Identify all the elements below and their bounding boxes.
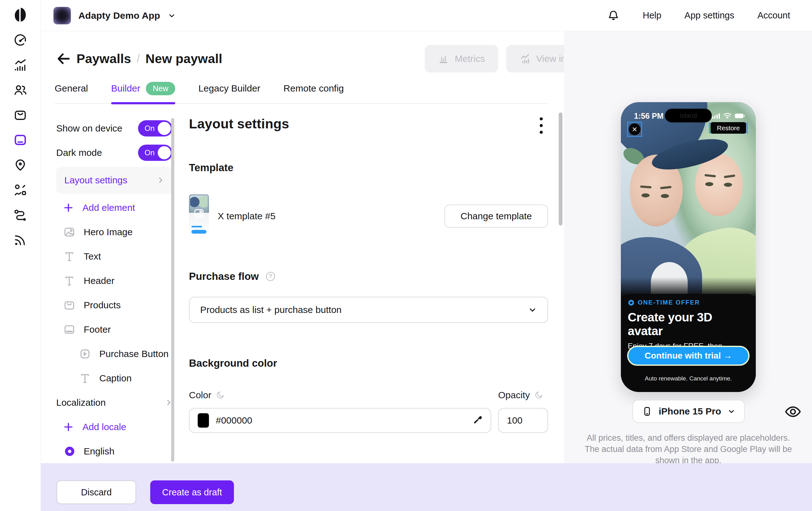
paywall-fine-print: Auto renewable. Cancel anytime. [621,375,756,382]
layout-settings-section: Layout settings Template X template #5 C… [189,116,548,511]
journey-icon[interactable] [10,208,30,222]
play-button-icon [79,348,91,360]
image-overlay-icon [193,207,205,219]
element-footer[interactable]: Footer [56,317,172,342]
help-icon[interactable]: ? [265,271,276,282]
device-name: iPhone 15 Pro [659,406,721,417]
element-products[interactable]: Products [56,293,172,317]
main-scrollbar[interactable] [559,112,562,226]
topbar: Adapty Demo App Help App settings Accoun… [41,0,812,31]
moon-icon [216,391,225,399]
tab-remote-config[interactable]: Remote config [284,81,344,103]
preview-panel: island 1:56 PM Restore ONE-TIME OFFER [564,31,812,463]
panel-scrollbar[interactable] [171,118,174,462]
element-text[interactable]: Text [56,244,172,268]
sidebar-item-layout-settings[interactable]: Layout settings [56,167,172,194]
color-hex-value[interactable]: #000000 [216,415,252,426]
trend-icon [519,53,531,64]
restore-element-selection[interactable]: Restore [709,123,748,133]
footer-bar: Discard Create as draft [41,463,812,511]
create-as-draft-button[interactable]: Create as draft [150,480,234,504]
preview-visibility-eye-icon[interactable] [784,405,802,419]
dark-mode-row: Dark mode On [56,141,172,165]
star-badge-icon [628,299,635,306]
device-selector[interactable]: iPhone 15 Pro [632,400,745,423]
account-link[interactable]: Account [757,10,790,21]
plus-icon [63,202,74,213]
app-settings-link[interactable]: App settings [685,10,734,21]
element-hero-image[interactable]: Hero Image [56,220,172,244]
app-name: Adapty Demo App [78,10,160,21]
back-arrow-icon[interactable] [55,50,72,67]
phone-icon [642,406,652,417]
breadcrumb-parent[interactable]: Paywalls [77,52,131,66]
sidebar-item-localization[interactable]: Localization [56,391,172,415]
paywalls-icon[interactable] [10,133,30,147]
plus-icon [63,422,74,432]
template-row: X template #5 Change template [189,194,548,238]
paywall-headline: Create your 3D avatar [628,310,749,338]
status-time: 1:56 PM [634,112,663,120]
adapty-paywall-builder: Adapty Demo App Help App settings Accoun… [0,0,812,511]
locale-english[interactable]: English [56,439,172,463]
products-icon[interactable] [10,108,30,122]
tab-general[interactable]: General [55,81,88,103]
text-icon [63,275,76,287]
template-thumbnail[interactable] [189,194,209,238]
phone-preview: island 1:56 PM Restore ONE-TIME OFFER [621,102,756,392]
ab-test-icon[interactable] [10,183,30,197]
element-caption[interactable]: Caption [56,366,172,391]
chevron-down-icon [168,11,176,20]
template-name: X template #5 [218,211,276,222]
opacity-input[interactable]: 100 [498,408,548,433]
preview-disclaimer: All prices, titles, and offers displayed… [582,432,794,466]
show-on-device-row: Show on device On [56,116,172,141]
dashboard-icon[interactable] [10,33,30,47]
bar-chart-icon [438,53,449,64]
chevron-down-icon [528,306,537,314]
battery-icon [734,113,745,118]
add-element-button[interactable]: Add element [56,196,172,220]
topbar-right: Help App settings Account [607,9,790,22]
show-on-device-toggle[interactable]: On [138,120,172,137]
close-icon[interactable] [629,123,641,135]
help-link[interactable]: Help [643,10,662,21]
eyedropper-icon[interactable] [472,415,483,426]
tab-builder[interactable]: Builder New [111,81,175,103]
metrics-button[interactable]: Metrics [425,45,498,73]
template-heading: Template [189,162,548,174]
adapty-logo[interactable] [10,6,30,25]
analytics-icon[interactable] [10,58,30,72]
page-title: New paywall [146,52,222,66]
background-color-heading: Background color [189,357,548,369]
tab-legacy-builder[interactable]: Legacy Builder [198,81,260,103]
app-switcher[interactable]: Adapty Demo App [53,7,176,24]
restore-button[interactable]: Restore [710,122,746,134]
integrations-icon[interactable] [10,233,30,247]
app-avatar [53,7,71,24]
rail-nav [0,33,40,247]
bell-icon[interactable] [607,9,619,22]
discard-button[interactable]: Discard [57,480,136,504]
element-header[interactable]: Header [56,268,172,293]
text-icon [79,372,91,385]
element-purchase-button[interactable]: Purchase Button [56,342,172,366]
change-template-button[interactable]: Change template [444,205,548,228]
status-icons [712,113,745,119]
image-icon [63,226,76,238]
close-element-selection[interactable] [627,122,642,137]
dynamic-island: island [665,109,712,122]
purchase-flow-select[interactable]: Products as list + purchase button [189,297,548,323]
footer-icon [63,323,76,336]
users-icon[interactable] [10,83,30,97]
color-swatch[interactable] [198,413,209,428]
kebab-menu-icon[interactable] [534,116,548,135]
bag-icon [63,299,76,311]
opacity-label-row: Opacity [498,390,548,400]
color-input[interactable]: #000000 [189,408,491,433]
placements-icon[interactable] [10,158,30,172]
chevron-right-icon [157,176,164,184]
add-locale-button[interactable]: Add locale [56,415,172,439]
dark-mode-toggle[interactable]: On [138,145,172,161]
continue-with-trial-button[interactable]: Continue with trial → [627,346,750,366]
